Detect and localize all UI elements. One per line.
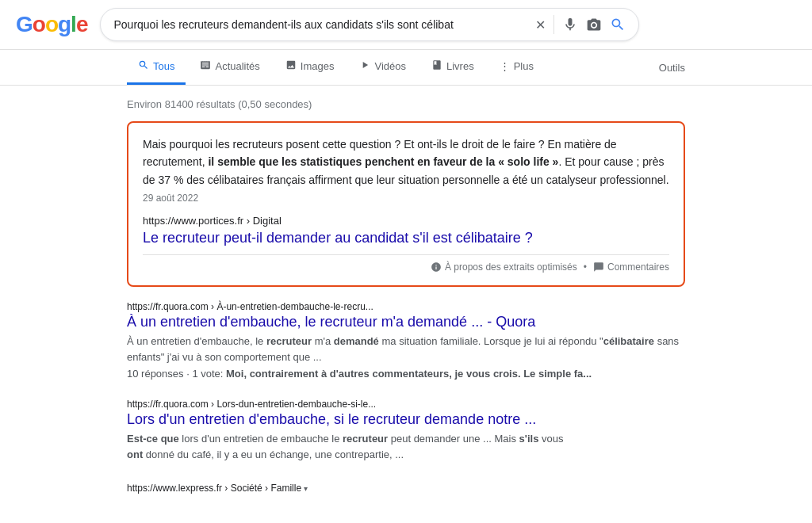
r1-snip-bold1: recruteur	[266, 335, 312, 347]
result-3-url-text: https://www.lexpress.fr › Société › Fami…	[127, 483, 301, 494]
image-search-icon[interactable]	[586, 17, 602, 32]
snippet-footer: À propos des extraits optimisés • Commen…	[143, 254, 669, 273]
header: Google Pourquoi les recruteurs demandent…	[0, 0, 812, 50]
r2-snip-mid1: lors d'un entretien de embauche le	[179, 433, 343, 445]
snippet-date: 29 août 2022	[143, 193, 198, 204]
tab-videos-label: Vidéos	[374, 60, 406, 72]
breadcrumb-dropdown-icon[interactable]: ▾	[304, 484, 308, 493]
tab-livres-label: Livres	[446, 60, 474, 72]
tab-plus[interactable]: ⋮ Plus	[488, 51, 545, 84]
search-result-2: https://fr.quora.com › Lors-dun-entretie…	[127, 399, 685, 464]
r1-snip-bold2: demandé	[334, 335, 379, 347]
result-3-url: https://www.lexpress.fr › Société › Fami…	[127, 483, 685, 494]
search-bar[interactable]: Pourquoi les recruteurs demandent-ils au…	[100, 8, 639, 41]
r2-line2-bold: ont	[127, 449, 143, 460]
tab-livres[interactable]: Livres	[420, 50, 485, 85]
tab-videos[interactable]: Vidéos	[348, 50, 417, 85]
r1-snip-mid1: m'a	[312, 335, 334, 347]
footer-dot: •	[584, 262, 587, 273]
google-logo: Google	[16, 12, 87, 37]
search-result-3: https://www.lexpress.fr › Société › Fami…	[127, 483, 685, 494]
r2-snip-after: vous	[538, 433, 563, 445]
tab-images[interactable]: Images	[274, 50, 346, 85]
clear-search-icon[interactable]: ✕	[535, 17, 546, 32]
tab-actualites[interactable]: Actualités	[189, 50, 270, 85]
snippet-optimised-label: À propos des extraits optimisés	[445, 262, 577, 273]
r1-snip-before: À un entretien d'embauche, le	[127, 335, 266, 347]
r2-snip-bold3: s'ils	[519, 433, 539, 445]
videos-icon	[359, 59, 370, 73]
tab-images-label: Images	[301, 60, 335, 72]
r1-snip-bold3: célibataire	[603, 335, 654, 347]
result-2-url: https://fr.quora.com › Lors-dun-entretie…	[127, 399, 685, 410]
featured-snippet: Mais pourquoi les recruteurs posent cett…	[127, 121, 685, 287]
actualites-icon	[200, 59, 211, 73]
tab-tous-label: Tous	[153, 60, 174, 72]
voice-search-icon[interactable]	[562, 17, 578, 32]
snippet-text-bold: il semble que les statistiques penchent …	[208, 155, 558, 168]
r2-snip-bold1: Est-ce que	[127, 433, 179, 445]
snippet-body-text: Mais pourquoi les recruteurs posent cett…	[143, 136, 669, 207]
tab-plus-label: Plus	[514, 60, 534, 72]
result-1-url: https://fr.quora.com › À-un-entretien-de…	[127, 301, 685, 312]
images-icon	[285, 59, 297, 73]
r2-snip-mid2: peut demander une ... Mais	[388, 433, 519, 445]
snippet-optimised-info[interactable]: À propos des extraits optimisés	[431, 262, 577, 273]
submit-search-icon[interactable]	[610, 17, 626, 32]
snippet-comments-label: Commentaires	[607, 262, 669, 273]
search-query-text: Pourquoi les recruteurs demandent-ils au…	[113, 18, 529, 31]
snippet-result-link[interactable]: Le recruteur peut-il demander au candida…	[143, 230, 669, 246]
result-2-title[interactable]: Lors d'un entretien d'embauche, si le re…	[127, 411, 685, 428]
snippet-comments-btn[interactable]: Commentaires	[593, 262, 669, 273]
tools-button[interactable]: Outils	[659, 52, 685, 83]
result-1-meta: 10 réponses · 1 vote: Moi, contrairement…	[127, 368, 685, 380]
tous-icon	[138, 59, 149, 73]
results-count: Environ 81400 résultats (0,50 secondes)	[127, 94, 685, 110]
divider	[553, 15, 554, 34]
r2-snip-bold2: recruteur	[343, 433, 388, 445]
tab-tous[interactable]: Tous	[127, 50, 186, 85]
search-tabs: Tous Actualités Images Vidéos Livres ⋮ P…	[0, 50, 812, 86]
livres-icon	[431, 59, 442, 73]
search-result-1: https://fr.quora.com › À-un-entretien-de…	[127, 301, 685, 380]
result-1-title[interactable]: À un entretien d'embauche, le recruteur …	[127, 314, 685, 330]
snippet-source-url: https://www.portices.fr › Digital	[143, 215, 669, 227]
r1-snip-mid2: ma situation familiale. Lorsque je lui a…	[379, 335, 603, 347]
plus-dots-icon: ⋮	[500, 60, 510, 72]
r1-meta-before: 10 réponses · 1 vote:	[127, 368, 226, 380]
search-results: Environ 81400 résultats (0,50 secondes) …	[0, 86, 812, 521]
result-2-snippet: Est-ce que lors d'un entretien de embauc…	[127, 431, 685, 464]
result-1-snippet: À un entretien d'embauche, le recruteur …	[127, 334, 685, 366]
search-icons-group: ✕	[535, 15, 626, 34]
r1-meta-bold: Moi, contrairement à d'autres commentate…	[226, 368, 592, 380]
r2-line2-mid: donné du café, il y a eu un échange, une…	[143, 449, 404, 460]
tab-actualites-label: Actualités	[215, 60, 259, 72]
